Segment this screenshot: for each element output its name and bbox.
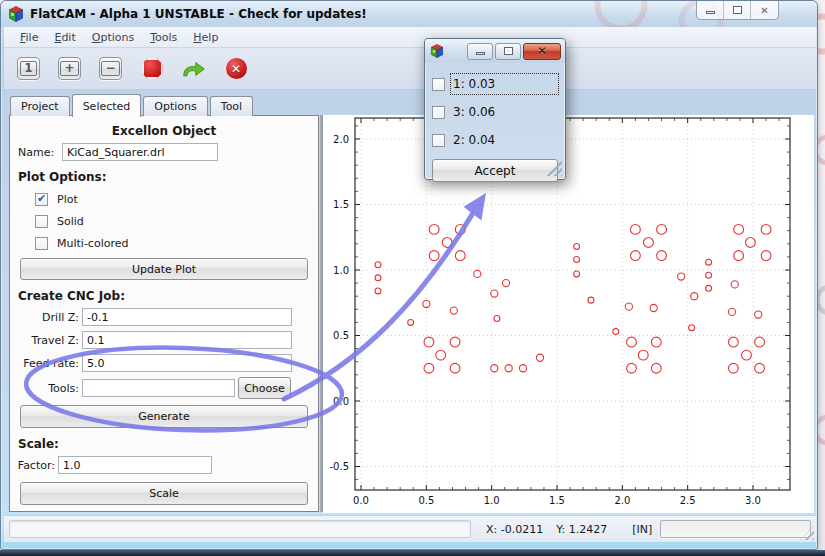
drill-hole-marker — [491, 365, 498, 372]
tab-tool[interactable]: Tool — [210, 96, 253, 116]
tool-1-checkbox[interactable]: ✔ — [432, 78, 445, 91]
drill-z-label: Drill Z: — [10, 311, 82, 324]
drill-hole-marker — [755, 311, 762, 318]
dialog-minimize-button[interactable] — [467, 43, 493, 60]
x-tick-label: 2.0 — [614, 495, 630, 506]
update-plot-button[interactable]: Update Plot — [20, 258, 308, 280]
travel-z-row: Travel Z: — [10, 331, 318, 349]
tools-input[interactable] — [82, 379, 235, 397]
zoom-fit-button[interactable]: 1 — [17, 57, 40, 80]
y-tick-label: -0.5 — [329, 461, 349, 472]
plot-checkbox-row[interactable]: ✔ Plot — [35, 193, 318, 206]
maximize-button[interactable] — [724, 1, 751, 19]
tool-select-dialog: ✕ ✔ 1: 0.03 ✔ 3: 0.06 ✔ 2: 0.04 Accept — [424, 38, 566, 180]
minimize-icon — [476, 52, 485, 55]
tab-project[interactable]: Project — [10, 96, 70, 116]
tool-2-label: 2: 0.04 — [451, 130, 558, 150]
y-tick-label: 1.0 — [333, 265, 349, 276]
y-tick-label: 0.5 — [333, 330, 349, 341]
menu-edit[interactable]: Edit — [46, 29, 83, 46]
tools-label: Tools: — [10, 382, 82, 395]
x-tick-label: 0.0 — [353, 495, 369, 506]
tool-option-row-1[interactable]: ✔ 1: 0.03 — [432, 72, 558, 96]
drill-hole-marker — [651, 363, 661, 373]
menu-help[interactable]: Help — [185, 29, 226, 46]
drill-hole-marker — [627, 363, 637, 373]
tool-3-checkbox[interactable]: ✔ — [432, 106, 445, 119]
x-tick-label: 1.5 — [549, 495, 565, 506]
drill-hole-marker — [630, 224, 640, 234]
tab-selected[interactable]: Selected — [72, 94, 142, 117]
drill-hole-marker — [436, 350, 446, 360]
dialog-titlebar[interactable]: ✕ — [425, 39, 565, 63]
object-type-title: Excellon Object — [10, 124, 318, 138]
drill-hole-marker — [755, 363, 765, 373]
titlebar[interactable]: FlatCAM - Alpha 1 UNSTABLE - Check for u… — [1, 1, 817, 27]
plot-canvas[interactable]: 0.00.51.01.52.02.53.0-0.50.00.51.01.52.0 — [323, 115, 814, 513]
plot-frame — [355, 118, 790, 490]
status-message-panel — [9, 520, 471, 538]
drill-hole-marker — [502, 279, 509, 286]
check-icon: ✔ — [37, 193, 46, 204]
drill-hole-marker — [731, 281, 738, 288]
replot-button[interactable] — [182, 57, 206, 81]
drill-hole-marker — [734, 251, 744, 261]
drill-hole-marker — [678, 273, 685, 280]
menu-options[interactable]: Options — [84, 29, 142, 46]
units-indicator: [IN] — [632, 523, 652, 536]
tool-option-row-2[interactable]: ✔ 3: 0.06 — [432, 100, 558, 124]
zoom-out-button[interactable]: − — [99, 57, 122, 80]
zoom-in-button[interactable]: + — [58, 57, 81, 80]
x-tick-label: 3.0 — [745, 495, 761, 506]
feed-rate-input[interactable] — [82, 354, 292, 372]
factor-input[interactable] — [58, 456, 212, 474]
drill-hole-marker — [650, 304, 657, 311]
drill-hole-marker — [519, 365, 526, 372]
plot-checkbox[interactable]: ✔ — [35, 193, 48, 206]
minimize-button[interactable] — [697, 1, 724, 19]
solid-checkbox-row[interactable]: ✔ Solid — [35, 215, 318, 228]
multicolored-checkbox-row[interactable]: ✔ Multi-colored — [35, 237, 318, 250]
dialog-maximize-button[interactable] — [495, 43, 521, 60]
flatcam-logo-icon — [430, 44, 444, 58]
drill-hole-marker — [491, 290, 498, 297]
dialog-close-button[interactable]: ✕ — [523, 43, 561, 60]
green-arrow-icon — [182, 59, 206, 79]
drill-hole-marker — [627, 337, 637, 347]
accept-button[interactable]: Accept — [432, 159, 558, 182]
travel-z-input[interactable] — [82, 331, 292, 349]
desktop: FlatCAM - Alpha 1 UNSTABLE - Check for u… — [0, 0, 825, 556]
tool-2-checkbox[interactable]: ✔ — [432, 134, 445, 147]
x-tick-label: 0.5 — [418, 495, 434, 506]
drill-hole-marker — [450, 307, 457, 314]
generate-button[interactable]: Generate — [20, 405, 308, 428]
tools-row: Tools: Choose — [10, 377, 318, 399]
menu-tools[interactable]: Tools — [142, 29, 185, 46]
drill-hole-marker — [424, 337, 434, 347]
menubar: File Edit Options Tools Help — [4, 27, 816, 48]
y-tick-label: 0.0 — [333, 396, 349, 407]
drill-hole-marker — [408, 319, 414, 325]
drill-hole-marker — [494, 316, 500, 322]
progress-bar — [660, 520, 811, 538]
statusbar: X: -0.0211 Y: 1.2427 [IN] — [4, 515, 816, 542]
tab-options[interactable]: Options — [143, 96, 207, 116]
drill-hole-marker — [755, 337, 765, 347]
tool-option-row-3[interactable]: ✔ 2: 0.04 — [432, 128, 558, 152]
close-icon: ✕ — [537, 45, 547, 57]
scale-button[interactable]: Scale — [20, 482, 308, 505]
solid-checkbox[interactable]: ✔ — [35, 215, 48, 228]
drill-z-input[interactable] — [82, 308, 292, 326]
drill-hole-marker — [450, 337, 460, 347]
flatcam-window: FlatCAM - Alpha 1 UNSTABLE - Check for u… — [0, 0, 818, 550]
dialog-body: ✔ 1: 0.03 ✔ 3: 0.06 ✔ 2: 0.04 Accept — [425, 63, 565, 182]
drill-hole-marker — [745, 238, 755, 248]
drill-hole-marker — [474, 270, 481, 277]
menu-file[interactable]: File — [12, 29, 46, 46]
stop-button[interactable] — [140, 57, 164, 81]
close-button[interactable]: ✕ — [751, 1, 778, 19]
cancel-button[interactable]: ✕ — [224, 57, 248, 81]
object-name-input[interactable] — [62, 143, 218, 161]
choose-tools-button[interactable]: Choose — [238, 377, 291, 399]
multicolored-checkbox[interactable]: ✔ — [35, 237, 48, 250]
